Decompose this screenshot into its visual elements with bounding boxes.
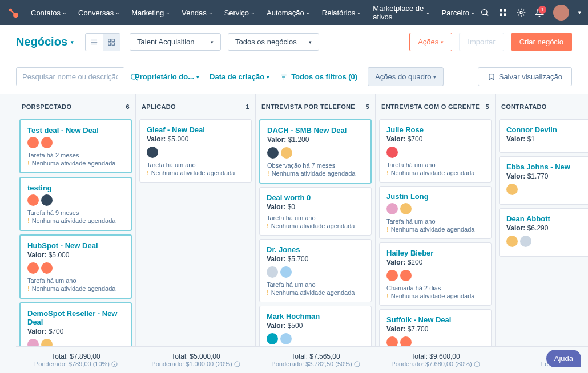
pipeline-dropdown[interactable]: Talent Acquisition▾ [130,33,221,51]
deal-card[interactable]: Gleaf - New Deal Valor: $5.000 Tarefa há… [139,119,252,183]
card-title[interactable]: Ebba Johns - New [506,163,588,171]
column-count: 5 [486,103,489,110]
card-title[interactable]: Mark Hochman [267,312,364,321]
deal-card[interactable]: testing Tarefa há 9 meses Nenhuma ativid… [19,177,132,231]
card-value: Valor: $5.000 [147,135,244,143]
chevron-down-icon: ⌄ [251,10,255,15]
chevron-down-icon[interactable]: ▾ [578,10,581,15]
weighted-amount: Ponderado: $789,00 (10%) [19,360,132,367]
total-cell: Total: $5.000,00Ponderado: $1.000,00 (20… [136,347,256,373]
deal-card[interactable]: Julie Rose Valor: $700 Tarefa há um ano … [379,119,492,183]
avatar-icon [267,333,278,344]
card-avatars [267,266,364,278]
card-avatars [386,203,484,214]
list-view-button[interactable] [86,34,103,51]
svg-point-9 [520,11,522,14]
card-title[interactable]: Julie Rose [386,125,484,134]
nav-item[interactable]: Relatórios⌄ [317,1,367,25]
svg-rect-16 [112,43,114,45]
deal-card[interactable]: Ebba Johns - New Valor: $1.770 [499,156,588,205]
card-title[interactable]: Dean Abbott [506,214,588,223]
card-title[interactable]: Dr. Jones [267,245,364,254]
column-title: ENTREVISTA COM O GERENTE [381,103,480,110]
card-title[interactable]: Test deal - New Deal [27,126,124,135]
card-title[interactable]: testing [27,184,124,192]
hubspot-logo-icon[interactable] [7,6,19,19]
deal-card[interactable]: Dr. Jones Valor: $5.700 Tarefa há um ano… [259,239,372,302]
column-header: ENTREVISTA COM O GERENTE5 [376,94,495,119]
avatar-icon [400,203,412,214]
card-value: Valor: $6.290 [506,224,588,232]
filter-date[interactable]: Data de criação▾ [210,72,269,81]
page-title-text: Negócios [16,35,67,48]
deal-card[interactable]: Test deal - New Deal Tarefa há 2 meses N… [19,119,132,173]
card-value: Valor: $0 [267,203,364,211]
search-input[interactable] [17,68,124,86]
deal-card[interactable]: Dean Abbott Valor: $6.290 [499,208,588,257]
deal-card[interactable]: DACH - SMB New Deal Valor: $1.200 Observ… [259,119,372,184]
nav-item[interactable]: Marketing⌄ [127,1,175,25]
nav-item[interactable]: Parceiro⌄ [437,1,480,25]
board-view-button[interactable] [103,34,120,51]
deal-card[interactable]: Connor Devlin Valor: $1 [499,119,588,153]
svg-line-2 [11,11,14,14]
card-title[interactable]: HubSpot - New Deal [27,241,124,250]
help-bubble[interactable]: Ajuda [546,350,581,367]
card-task: Tarefa há um ano [267,281,364,288]
board-column: ENTREVISTA POR TELEFONE5 DACH - SMB New … [256,94,376,373]
search-icon[interactable] [480,8,489,17]
chevron-down-icon: ⌄ [306,10,311,15]
column-count: 1 [246,103,249,110]
card-warning: Nenhuma atividade agendada [386,226,484,233]
import-button[interactable]: Importar [459,33,504,51]
card-task: Tarefa há 9 meses [27,209,124,216]
deal-card[interactable]: Justin Long Tarefa há um ano Nenhuma ati… [379,186,492,239]
subheader: Negócios ▾ Talent Acquisition▾ Todos os … [0,25,588,59]
owner-dropdown[interactable]: Todos os negócios▾ [228,33,319,51]
deal-card[interactable]: Hailey Bieber Valor: $200 Chamada há 2 d… [379,242,492,306]
board-actions-button[interactable]: Ações do quadro▾ [368,67,444,86]
card-title[interactable]: DACH - SMB New Deal [267,126,364,135]
total-amount: Total: $5.000,00 [139,352,252,360]
create-deal-button[interactable]: Criar negócio [511,33,572,51]
actions-button[interactable]: Ações▾ [409,33,452,51]
marketplace-icon[interactable] [498,8,508,17]
card-title[interactable]: Gleaf - New Deal [147,125,244,134]
top-nav: Contatos⌄Conversas⌄Marketing⌄Vendas⌄Serv… [0,0,588,25]
nav-item[interactable]: Automação⌄ [262,1,315,25]
card-warning: Nenhuma atividade agendada [267,222,364,229]
card-title[interactable]: DemoSpot Reseller - New Deal [27,309,124,326]
user-avatar[interactable] [553,5,569,21]
card-title[interactable]: Justin Long [386,192,484,201]
nav-item[interactable]: Contatos⌄ [26,1,71,25]
nav-item[interactable]: Conversas⌄ [74,1,124,25]
deal-card[interactable]: Deal worth 0 Valor: $0 Tarefa há um ano … [259,187,372,236]
card-title[interactable]: Hailey Bieber [386,249,484,257]
settings-icon[interactable] [517,8,526,17]
card-title[interactable]: Connor Devlin [506,125,588,134]
total-amount: Total: $7.565,00 [259,352,372,360]
nav-item[interactable]: Serviço⌄ [220,1,260,25]
nav-item[interactable]: Vendas⌄ [177,1,217,25]
all-filters[interactable]: Todos os filtros (0) [280,72,357,81]
board-column: PORSPECTADO6 Test deal - New Deal Tarefa… [16,94,136,373]
card-task: Chamada há 2 dias [386,285,484,291]
page-title[interactable]: Negócios ▾ [16,35,74,48]
card-value: Valor: $200 [386,258,484,266]
filter-owner[interactable]: Proprietário do...▾ [135,72,199,81]
nav-item[interactable]: Marketplace de ativos⌄ [368,1,434,25]
board-column: APLICADO1 Gleaf - New Deal Valor: $5.000… [136,94,256,373]
card-avatars [506,184,588,195]
info-icon [354,361,360,367]
card-title[interactable]: Deal worth 0 [267,193,364,202]
weighted-amount: Ponderado: $1.000,00 (20%) [139,360,252,367]
card-title[interactable]: Suffolk - New Deal [386,315,484,324]
owner-label: Todos os negócios [235,38,297,46]
card-avatars [27,137,124,148]
column-cards: Gleaf - New Deal Valor: $5.000 Tarefa há… [136,119,255,373]
deal-card[interactable]: HubSpot - New Deal Valor: $5.000 Tarefa … [19,234,132,299]
card-avatars [267,147,364,159]
save-view-button[interactable]: Salvar visualização [478,67,572,86]
notifications-icon[interactable]: 1 [535,8,544,17]
card-value: Valor: $500 [267,322,364,330]
